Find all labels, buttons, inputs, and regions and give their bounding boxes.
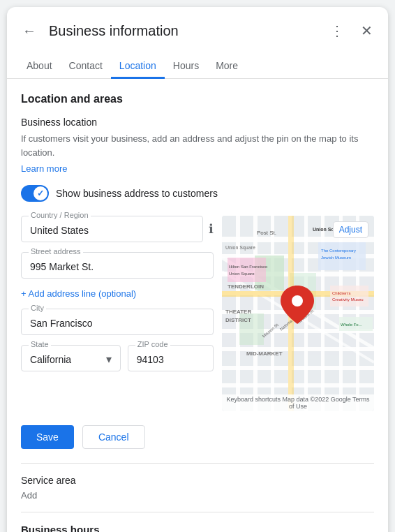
cancel-button[interactable]: Cancel: [82, 425, 145, 449]
svg-text:DISTRICT: DISTRICT: [225, 317, 251, 323]
form-col: Country / Region ℹ Street address + Add …: [21, 216, 214, 411]
business-hours-title: Business hours: [21, 524, 374, 532]
tabs-bar: About Contact Location Hours More: [7, 49, 388, 79]
svg-rect-12: [271, 216, 274, 411]
service-area-add[interactable]: Add: [21, 490, 374, 501]
tab-location[interactable]: Location: [111, 54, 165, 79]
add-address-line-button[interactable]: + Add address line (optional): [21, 288, 214, 299]
svg-text:MID-MARKET: MID-MARKET: [246, 350, 283, 357]
section-title: Location and areas: [21, 93, 374, 105]
map-footer: Keyboard shortcuts Map data ©2022 Google…: [222, 394, 374, 411]
action-row: Save Cancel: [21, 425, 374, 449]
country-input[interactable]: [30, 222, 194, 237]
svg-text:Children's: Children's: [332, 291, 351, 295]
tab-contact[interactable]: Contact: [61, 54, 111, 79]
business-info-card: ← Business information ⋮ ✕ About Contact…: [7, 7, 388, 532]
svg-text:The Contemporary: The Contemporary: [321, 249, 356, 253]
svg-text:Creativity Museu: Creativity Museu: [332, 297, 364, 302]
state-select[interactable]: California Alabama Alaska Arizona New Yo…: [30, 351, 112, 367]
zip-label: ZIP code: [135, 340, 170, 348]
tab-more[interactable]: More: [207, 54, 246, 79]
toggle-label: Show business address to customers: [56, 188, 218, 199]
zip-input[interactable]: [137, 351, 204, 367]
city-label: City: [29, 304, 46, 312]
street-field-wrapper: Street address: [21, 252, 214, 279]
header: ← Business information ⋮ ✕: [7, 7, 388, 43]
page-title: Business information: [49, 23, 318, 39]
close-button[interactable]: ✕: [357, 18, 377, 43]
state-field-wrapper: State California Alabama Alaska Arizona …: [21, 345, 121, 371]
svg-text:Whole Fo...: Whole Fo...: [341, 323, 362, 327]
save-button[interactable]: Save: [21, 425, 74, 449]
city-field-wrapper: City: [21, 309, 214, 335]
main-content: Location and areas Business location If …: [7, 79, 388, 532]
back-button[interactable]: ←: [18, 19, 40, 43]
svg-rect-9: [222, 383, 374, 387]
street-label: Street address: [29, 247, 83, 256]
show-address-toggle[interactable]: [21, 185, 49, 202]
business-location-label: Business location: [21, 117, 374, 128]
divider-1: [21, 463, 374, 464]
service-area-title: Service area: [21, 475, 374, 486]
map-adjust-button[interactable]: Adjust: [333, 221, 368, 238]
more-button[interactable]: ⋮: [326, 18, 348, 43]
svg-rect-8: [222, 366, 374, 370]
svg-text:Union Square: Union Square: [225, 245, 255, 251]
state-zip-row: State California Alabama Alaska Arizona …: [21, 345, 214, 371]
country-field-wrapper: Country / Region: [21, 216, 203, 242]
svg-text:Jewish Museum: Jewish Museum: [321, 256, 351, 260]
street-input[interactable]: [30, 258, 204, 274]
zip-field-wrapper: ZIP code: [128, 345, 214, 371]
svg-rect-38: [330, 286, 368, 306]
service-area-section: Service area Add: [21, 475, 374, 501]
svg-rect-28: [228, 258, 266, 282]
map-container: Post St. Union Square Union Square Hilto…: [222, 216, 374, 411]
tab-about[interactable]: About: [18, 54, 61, 79]
country-label: Country / Region: [29, 211, 91, 219]
city-input[interactable]: [30, 315, 204, 330]
svg-text:THEATER: THEATER: [225, 309, 251, 315]
svg-text:TENDERLOIN: TENDERLOIN: [228, 283, 264, 290]
form-map-row: Country / Region ℹ Street address + Add …: [21, 216, 374, 411]
toggle-row: Show business address to customers: [21, 185, 374, 202]
state-select-wrapper: California Alabama Alaska Arizona New Yo…: [30, 351, 112, 367]
location-description: If customers visit your business, add an…: [21, 132, 374, 159]
state-label: State: [29, 340, 51, 348]
svg-text:Union Square: Union Square: [229, 272, 255, 276]
tab-hours[interactable]: Hours: [165, 54, 207, 79]
svg-text:Post St.: Post St.: [257, 230, 276, 236]
svg-point-47: [292, 295, 303, 306]
learn-more-link[interactable]: Learn more: [21, 163, 67, 174]
info-icon[interactable]: ℹ: [209, 221, 214, 237]
divider-2: [21, 512, 374, 512]
svg-text:Hilton San Francisco: Hilton San Francisco: [229, 265, 268, 269]
